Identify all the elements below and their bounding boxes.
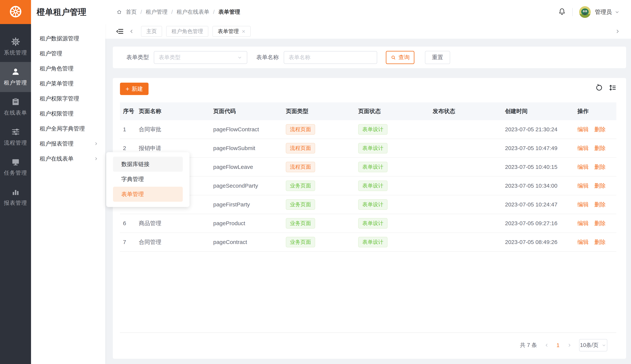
chevron-right-icon [94, 156, 99, 161]
row-page-name: 合同管理 [139, 238, 213, 246]
user-name[interactable]: 管理员 [595, 8, 612, 16]
sidebar-item-role[interactable]: 租户角色管理 [31, 61, 105, 76]
plus-icon: + [126, 86, 129, 92]
column-header: 页面名称 [139, 108, 213, 115]
popup-item-label: 数据库链接 [121, 160, 149, 168]
row-seq: 6 [120, 220, 139, 226]
row-page-code: pageProduct [213, 220, 286, 226]
edit-link[interactable]: 编辑 [577, 238, 589, 246]
breadcrumb-item-home[interactable]: 首页 [126, 8, 137, 16]
column-settings-icon[interactable] [609, 84, 616, 92]
row-seq: 7 [120, 239, 139, 245]
tab-home[interactable]: 主页 [141, 26, 162, 37]
page-number[interactable]: 1 [556, 342, 559, 348]
rail-item-system[interactable]: 系统管理 [0, 32, 31, 62]
bell-icon[interactable] [558, 8, 566, 16]
tabs-scroll-right-icon[interactable] [614, 28, 620, 34]
form-type-select[interactable]: 表单类型 [154, 51, 247, 64]
edit-link[interactable]: 编辑 [577, 126, 589, 133]
rail-item-report[interactable]: 报表管理 [0, 182, 31, 212]
row-created-time: 2023-07-05 09:27:16 [505, 220, 577, 226]
delete-link[interactable]: 删除 [594, 182, 606, 190]
rail-nav: 系统管理 租户管理 [0, 32, 31, 212]
row-page-name: 合同审批 [139, 126, 213, 133]
delete-link[interactable]: 删除 [594, 144, 606, 152]
popup-item-database-link[interactable]: 数据库链接 [113, 157, 183, 172]
tab-label: 表单管理 [218, 28, 239, 35]
search-icon [391, 55, 396, 60]
sidebar-item-datasource[interactable]: 租户数据源管理 [31, 31, 105, 46]
row-created-time: 2023-07-05 10:34:00 [505, 182, 577, 189]
row-page-code: pageContract [213, 239, 286, 245]
column-header: 操作 [577, 108, 613, 115]
popup-item-dict-mgmt[interactable]: 字典管理 [113, 172, 183, 187]
topbar-right: 管理员 [558, 6, 620, 18]
delete-link[interactable]: 删除 [594, 201, 606, 208]
delete-link[interactable]: 删除 [594, 126, 606, 133]
edit-link[interactable]: 编辑 [577, 201, 589, 208]
table-row: pageFirstParty 业务页面 表单设计 2023-07-05 10:2… [120, 195, 616, 214]
form-name-label: 表单名称 [256, 54, 279, 61]
refresh-icon[interactable] [595, 84, 603, 92]
sidebar-item-perm[interactable]: 租户权限管理 [31, 106, 105, 121]
avatar[interactable] [579, 6, 591, 18]
form-name-input[interactable] [284, 51, 377, 64]
tabs-scroll-left-icon[interactable] [129, 28, 135, 34]
tab-form-mgmt[interactable]: 表单管理 × [212, 26, 251, 37]
home-icon [116, 9, 122, 15]
row-created-time: 2023-07-05 10:24:47 [505, 201, 577, 208]
edit-link[interactable]: 编辑 [577, 220, 589, 227]
new-button[interactable]: + 新建 [120, 83, 149, 95]
sidebar-item-label: 租户权限管理 [40, 110, 74, 118]
row-created-time: 2023-07-05 10:47:49 [505, 145, 577, 152]
close-icon[interactable]: × [242, 28, 245, 34]
breadcrumb-separator: / [213, 9, 214, 15]
sidebar-item-perm-word[interactable]: 租户权限字管理 [31, 91, 105, 106]
tab-tenant-role[interactable]: 租户角色管理 [166, 26, 208, 37]
sidebar-item-menu[interactable]: 租户菜单管理 [31, 76, 105, 91]
sidebar-item-label: 租户数据源管理 [40, 35, 79, 42]
sidebar-item-online-form[interactable]: 租户在线表单 [31, 151, 105, 166]
rail-item-tenant[interactable]: 租户管理 [0, 62, 31, 92]
popup-item-form-mgmt[interactable]: 表单管理 [113, 187, 183, 202]
search-button-label: 查询 [398, 54, 410, 61]
page-size-select[interactable]: 10条/页 [579, 339, 607, 352]
page-type-tag: 业务页面 [286, 218, 315, 228]
delete-link[interactable]: 删除 [594, 163, 606, 171]
new-button-label: 新建 [132, 85, 143, 93]
sidebar-item-tenant[interactable]: 租户管理 [31, 46, 105, 61]
edit-link[interactable]: 编辑 [577, 144, 589, 152]
menu-fold-icon[interactable] [116, 28, 124, 35]
breadcrumb-item-tenant[interactable]: 租户管理 [146, 8, 168, 16]
sidebar-item-report[interactable]: 租户报表管理 [31, 136, 105, 151]
breadcrumb-item-online-form[interactable]: 租户在线表单 [177, 8, 209, 16]
sidebar-item-global-dict[interactable]: 租户全局字典管理 [31, 121, 105, 136]
delete-link[interactable]: 删除 [594, 220, 606, 227]
tabs: 主页 租户角色管理 表单管理 × [141, 26, 251, 37]
page-status-tag: 表单设计 [358, 143, 388, 154]
row-page-code: pageFirstParty [213, 201, 286, 208]
edit-link[interactable]: 编辑 [577, 182, 589, 190]
tenant-submenu: 租户数据源管理 租户管理 租户角色管理 租户菜单管理 租户权限字管理 租户权限管… [31, 24, 105, 364]
prev-page-icon[interactable] [544, 342, 549, 348]
search-button[interactable]: 查询 [386, 51, 414, 64]
delete-link[interactable]: 删除 [594, 238, 606, 246]
sliders-icon [11, 128, 20, 136]
bar-chart-icon [11, 188, 20, 196]
column-header: 页面类型 [286, 108, 358, 115]
column-header: 创建时间 [505, 108, 577, 115]
chevron-down-icon[interactable] [614, 10, 620, 15]
filter-card: 表单类型 表单类型 表单名称 查询 重置 [113, 46, 626, 68]
pagination-total: 共 7 条 [520, 342, 537, 349]
form-type-label: 表单类型 [126, 54, 149, 61]
monitor-icon [11, 158, 20, 166]
page-type-tag: 流程页面 [286, 162, 315, 172]
table-bottom-divider [120, 332, 616, 333]
next-page-icon[interactable] [567, 342, 572, 348]
rail-item-online-form[interactable]: 在线表单 [0, 92, 31, 122]
rail-item-flow[interactable]: 流程管理 [0, 122, 31, 152]
rail-item-task[interactable]: 任务管理 [0, 152, 31, 182]
reset-button[interactable]: 重置 [425, 51, 450, 64]
row-seq: 1 [120, 126, 139, 132]
edit-link[interactable]: 编辑 [577, 163, 589, 171]
